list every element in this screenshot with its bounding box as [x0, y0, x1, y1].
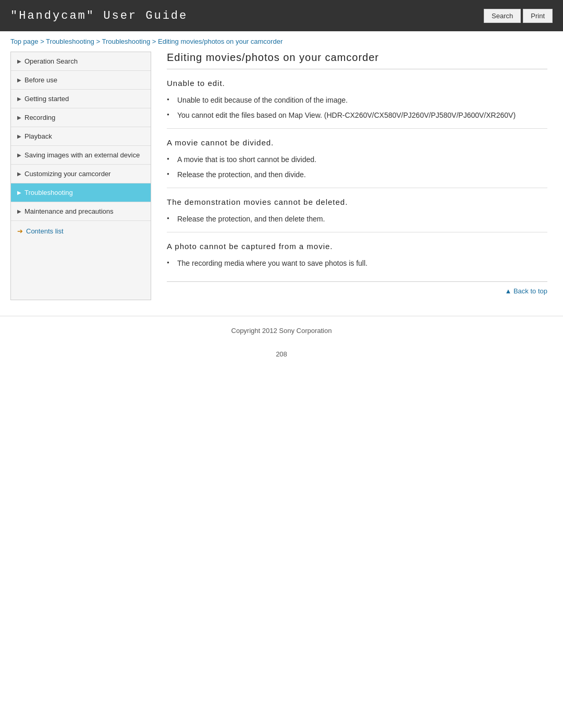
sidebar-item-recording[interactable]: ▶ Recording — [11, 108, 151, 127]
chevron-right-icon: ▶ — [17, 115, 21, 120]
bullet-list-1: Unable to edit because of the condition … — [167, 93, 547, 123]
sidebar-item-troubleshooting[interactable]: ▶ Troubleshooting — [11, 183, 151, 202]
bullet-list-2: A movie that is too short cannot be divi… — [167, 152, 547, 182]
sidebar-item-playback[interactable]: ▶ Playback — [11, 127, 151, 146]
sidebar-item-maintenance[interactable]: ▶ Maintenance and precautions — [11, 202, 151, 221]
page-number: 208 — [0, 345, 563, 363]
sidebar-item-operation-search[interactable]: ▶ Operation Search — [11, 52, 151, 71]
chevron-right-icon: ▶ — [17, 96, 21, 102]
back-to-top-link[interactable]: ▲ Back to top — [505, 287, 547, 295]
section-title-2: A movie cannot be divided. — [167, 138, 547, 147]
list-item: You cannot edit the files based on Map V… — [167, 108, 547, 123]
section-divider — [167, 128, 547, 129]
section-movie-divided: A movie cannot be divided. A movie that … — [167, 138, 547, 182]
sidebar-item-label: Operation Search — [25, 57, 78, 65]
list-item: Release the protection, and then divide. — [167, 167, 547, 182]
main-content: Editing movies/photos on your camcorder … — [162, 52, 553, 300]
sidebar-item-label: Maintenance and precautions — [25, 207, 114, 215]
chevron-right-icon: ▶ — [17, 152, 21, 158]
sidebar-item-label: Playback — [25, 132, 52, 140]
breadcrumb-troubleshooting-2[interactable]: Troubleshooting — [102, 38, 150, 45]
sidebar-item-label: Recording — [25, 114, 55, 121]
arrow-right-icon: ➔ — [17, 227, 23, 235]
breadcrumb-top-page[interactable]: Top page — [10, 38, 39, 45]
chevron-right-icon: ▶ — [17, 77, 21, 83]
page-header: "Handycam" User Guide Search Print — [0, 0, 563, 31]
section-demo-deleted: The demonstration movies cannot be delet… — [167, 198, 547, 227]
sidebar-item-label: Before use — [25, 76, 57, 84]
list-item: A movie that is too short cannot be divi… — [167, 152, 547, 167]
sidebar-item-saving-images[interactable]: ▶ Saving images with an external device — [11, 146, 151, 165]
sidebar-item-label: Saving images with an external device — [25, 151, 140, 159]
search-button[interactable]: Search — [484, 9, 521, 23]
sidebar-item-customizing[interactable]: ▶ Customizing your camcorder — [11, 165, 151, 183]
bullet-list-3: Release the protection, and then delete … — [167, 212, 547, 227]
section-unable-to-edit: Unable to edit. Unable to edit because o… — [167, 79, 547, 123]
back-to-top-row: ▲ Back to top — [167, 281, 547, 300]
chevron-right-icon: ▶ — [17, 133, 21, 139]
section-title-1: Unable to edit. — [167, 79, 547, 88]
breadcrumb: Top page > Troubleshooting > Troubleshoo… — [0, 31, 563, 52]
chevron-right-icon: ▶ — [17, 190, 21, 195]
chevron-right-icon: ▶ — [17, 171, 21, 177]
bullet-list-4: The recording media where you want to sa… — [167, 256, 547, 271]
sidebar-item-label: Troubleshooting — [25, 189, 73, 196]
print-button[interactable]: Print — [523, 9, 553, 23]
contents-list-link[interactable]: ➔ Contents list — [11, 221, 151, 241]
chevron-right-icon: ▶ — [17, 58, 21, 64]
contents-list-label: Contents list — [26, 227, 64, 235]
sidebar: ▶ Operation Search ▶ Before use ▶ Gettin… — [10, 52, 151, 300]
sidebar-item-label: Getting started — [25, 95, 69, 103]
breadcrumb-troubleshooting-1[interactable]: Troubleshooting — [46, 38, 94, 45]
section-title-4: A photo cannot be captured from a movie. — [167, 242, 547, 251]
site-title: "Handycam" User Guide — [10, 9, 188, 22]
chevron-right-icon: ▶ — [17, 208, 21, 214]
list-item: Unable to edit because of the condition … — [167, 93, 547, 108]
sidebar-item-before-use[interactable]: ▶ Before use — [11, 71, 151, 90]
sidebar-item-getting-started[interactable]: ▶ Getting started — [11, 90, 151, 108]
page-title: Editing movies/photos on your camcorder — [167, 52, 547, 69]
section-title-3: The demonstration movies cannot be delet… — [167, 198, 547, 206]
page-footer: Copyright 2012 Sony Corporation — [0, 316, 563, 345]
section-divider — [167, 232, 547, 232]
list-item: The recording media where you want to sa… — [167, 256, 547, 271]
section-divider — [167, 188, 547, 188]
sidebar-item-label: Customizing your camcorder — [25, 170, 111, 178]
breadcrumb-current-page[interactable]: Editing movies/photos on your camcorder — [158, 38, 283, 45]
header-buttons: Search Print — [484, 9, 553, 23]
section-photo-captured: A photo cannot be captured from a movie.… — [167, 242, 547, 271]
list-item: Release the protection, and then delete … — [167, 212, 547, 227]
main-layout: ▶ Operation Search ▶ Before use ▶ Gettin… — [0, 52, 563, 300]
copyright-text: Copyright 2012 Sony Corporation — [231, 327, 332, 335]
